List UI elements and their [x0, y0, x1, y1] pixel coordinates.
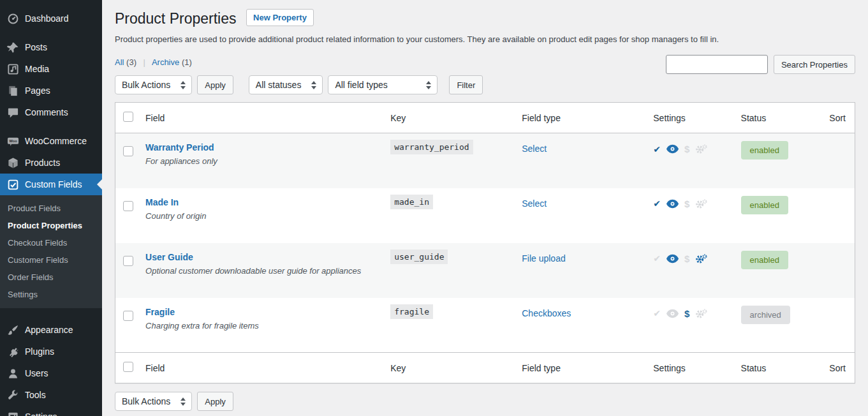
table-row: Fragile Charging extra for fragile items… — [115, 298, 855, 353]
woocommerce-icon: Woo — [7, 135, 19, 147]
gears-icon — [695, 309, 707, 318]
row-checkbox[interactable] — [123, 311, 133, 321]
dashboard-icon — [7, 13, 19, 25]
product-box-icon — [7, 157, 19, 169]
user-icon — [7, 368, 19, 380]
sidebar-item-settings[interactable]: Settings — [0, 406, 102, 416]
sidebar-item-label: Posts — [25, 41, 47, 54]
checked-box-icon — [7, 179, 19, 191]
sidebar-item-comments[interactable]: Comments — [0, 101, 102, 123]
table-row: Warranty Period For appliances only warr… — [115, 133, 855, 188]
field-type-link[interactable]: Select — [522, 198, 547, 209]
apply-button-bottom[interactable]: Apply — [197, 392, 233, 411]
field-name-link[interactable]: Warranty Period — [145, 142, 214, 152]
top-toolbar: Bulk Actions Apply All statuses All fiel… — [115, 75, 855, 94]
view-all-link[interactable]: All — [115, 57, 124, 67]
status-badge: archived — [741, 306, 790, 324]
select-arrows-icon — [180, 397, 186, 406]
pages-icon — [7, 85, 19, 97]
field-name-link[interactable]: User Guide — [145, 252, 193, 262]
table-header-row: Field Key Field type Settings Status Sor… — [115, 103, 855, 133]
dollar-icon: $ — [684, 144, 689, 154]
field-type-link[interactable]: Select — [522, 144, 547, 154]
settings-icons: ✔ $ — [653, 144, 728, 154]
sidebar-item-label: Comments — [25, 106, 68, 119]
column-footer-field: Field — [139, 353, 384, 383]
sort-cell — [815, 298, 855, 353]
column-footer-key: Key — [384, 353, 515, 383]
filter-button[interactable]: Filter — [449, 75, 483, 94]
field-name-link[interactable]: Fragile — [145, 307, 175, 317]
column-footer-settings: Settings — [647, 353, 734, 383]
field-description: Country of origin — [145, 211, 378, 221]
row-checkbox[interactable] — [123, 201, 133, 211]
view-archive-count: (1) — [182, 57, 192, 67]
search-input[interactable] — [666, 55, 768, 74]
sidebar-item-pages[interactable]: Pages — [0, 80, 102, 101]
select-arrows-icon — [180, 81, 186, 89]
row-checkbox[interactable] — [123, 256, 133, 266]
column-footer-sort: Sort — [815, 353, 855, 383]
sidebar-item-dashboard[interactable]: Dashboard — [0, 8, 102, 29]
sidebar-item-posts[interactable]: Posts — [0, 36, 102, 58]
select-arrows-icon — [311, 81, 316, 89]
sidebar-item-tools[interactable]: Tools — [0, 384, 102, 406]
new-property-button[interactable]: New Property — [246, 9, 314, 26]
row-checkbox[interactable] — [123, 146, 133, 156]
media-icon — [7, 63, 19, 75]
status-filter-select[interactable]: All statuses — [249, 75, 323, 94]
field-name-link[interactable]: Made In — [145, 197, 179, 207]
bulk-actions-label: Bulk Actions — [122, 80, 170, 90]
pushpin-icon — [7, 41, 19, 54]
column-footer-status: Status — [735, 353, 816, 383]
sidebar-item-media[interactable]: Media — [0, 58, 102, 80]
status-badge: enabled — [741, 251, 788, 269]
apply-button[interactable]: Apply — [197, 75, 233, 94]
field-key: warranty_period — [390, 140, 473, 154]
sidebar-item-woocommerce[interactable]: Woo WooCommerce — [0, 130, 102, 152]
eye-icon — [666, 144, 679, 154]
bulk-actions-label: Bulk Actions — [122, 396, 170, 406]
bulk-actions-select[interactable]: Bulk Actions — [115, 75, 192, 94]
search-properties-button[interactable]: Search Properties — [774, 55, 855, 74]
view-archive-link[interactable]: Archive — [152, 57, 179, 67]
view-separator: | — [143, 57, 145, 67]
submenu-item-product-properties[interactable]: Product Properties — [0, 217, 102, 234]
field-type-link[interactable]: File upload — [522, 253, 566, 264]
select-all-checkbox[interactable] — [123, 112, 133, 122]
sidebar-item-products[interactable]: Products — [0, 152, 102, 174]
sidebar-item-plugins[interactable]: Plugins — [0, 341, 102, 362]
submenu-item-product-fields[interactable]: Product Fields — [0, 200, 102, 217]
eye-icon — [666, 199, 679, 209]
svg-text:Woo: Woo — [9, 139, 17, 143]
select-all-checkbox[interactable] — [123, 362, 133, 372]
dollar-icon: $ — [684, 198, 689, 209]
column-header-status: Status — [735, 103, 816, 133]
submenu-item-checkout-fields[interactable]: Checkout Fields — [0, 234, 102, 251]
admin-content: Product Properties New Property Product … — [102, 0, 868, 416]
comment-bubble-icon — [7, 107, 19, 119]
field-key: user_guide — [390, 249, 448, 264]
gears-icon — [695, 254, 707, 264]
field-description: Charging extra for fragile items — [145, 321, 378, 331]
field-type-filter-label: All field types — [335, 80, 387, 90]
submenu-item-settings[interactable]: Settings — [0, 286, 102, 303]
settings-icons: ✔ $ — [653, 253, 728, 264]
submenu-item-customer-fields[interactable]: Customer Fields — [0, 251, 102, 269]
gears-icon — [695, 144, 707, 154]
gears-icon — [695, 199, 707, 209]
sidebar-item-users[interactable]: Users — [0, 362, 102, 384]
sidebar-item-custom-fields[interactable]: Custom Fields — [0, 174, 102, 195]
sidebar-item-label: WooCommerce — [25, 135, 87, 147]
plug-icon — [7, 346, 19, 358]
sidebar-item-label: Plugins — [25, 345, 54, 358]
field-key: made_in — [390, 195, 433, 209]
field-type-filter-select[interactable]: All field types — [328, 75, 438, 94]
submenu-item-order-fields[interactable]: Order Fields — [0, 269, 102, 286]
bulk-actions-select-bottom[interactable]: Bulk Actions — [115, 392, 192, 411]
field-type-link[interactable]: Checkboxes — [522, 308, 571, 318]
sidebar-item-label: Users — [25, 367, 48, 380]
check-icon: ✔ — [653, 308, 661, 318]
sidebar-item-appearance[interactable]: Appearance — [0, 319, 102, 341]
dollar-icon: $ — [684, 308, 689, 319]
